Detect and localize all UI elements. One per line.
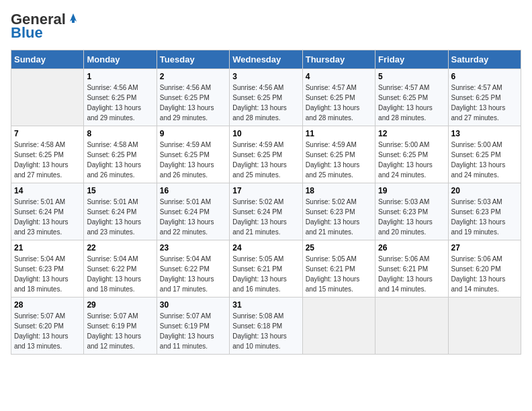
week-row-4: 21Sunrise: 5:04 AM Sunset: 6:23 PM Dayli…: [11, 240, 521, 298]
day-info: Sunrise: 4:57 AM Sunset: 6:25 PM Dayligh…: [306, 83, 372, 123]
day-info: Sunrise: 5:04 AM Sunset: 6:22 PM Dayligh…: [160, 254, 226, 294]
day-cell: 20Sunrise: 5:03 AM Sunset: 6:23 PM Dayli…: [448, 183, 521, 240]
week-row-1: 1Sunrise: 4:56 AM Sunset: 6:25 PM Daylig…: [11, 69, 521, 126]
day-number: 5: [378, 72, 445, 81]
day-number: 28: [14, 300, 81, 310]
day-info: Sunrise: 5:00 AM Sunset: 6:25 PM Dayligh…: [378, 140, 445, 180]
day-number: 21: [14, 243, 81, 253]
day-info: Sunrise: 4:58 AM Sunset: 6:25 PM Dayligh…: [87, 140, 153, 180]
day-number: 8: [87, 129, 153, 138]
day-cell: 18Sunrise: 5:02 AM Sunset: 6:23 PM Dayli…: [302, 183, 375, 240]
day-cell: 23Sunrise: 5:04 AM Sunset: 6:22 PM Dayli…: [157, 240, 229, 298]
logo-blue-text: Blue: [11, 24, 43, 42]
day-number: 3: [232, 72, 299, 81]
column-header-monday: Monday: [84, 50, 157, 69]
day-cell: 22Sunrise: 5:04 AM Sunset: 6:22 PM Dayli…: [84, 240, 157, 298]
day-number: 26: [378, 243, 445, 253]
day-info: Sunrise: 5:08 AM Sunset: 6:18 PM Dayligh…: [232, 311, 299, 351]
day-cell: 5Sunrise: 4:57 AM Sunset: 6:25 PM Daylig…: [375, 69, 448, 126]
day-number: 2: [160, 72, 226, 81]
day-info: Sunrise: 5:01 AM Sunset: 6:24 PM Dayligh…: [160, 197, 226, 237]
day-cell: 10Sunrise: 4:59 AM Sunset: 6:25 PM Dayli…: [230, 126, 302, 183]
day-cell: 29Sunrise: 5:07 AM Sunset: 6:19 PM Dayli…: [84, 298, 157, 355]
week-row-3: 14Sunrise: 5:01 AM Sunset: 6:24 PM Dayli…: [11, 183, 521, 240]
day-info: Sunrise: 5:06 AM Sunset: 6:21 PM Dayligh…: [378, 254, 445, 294]
day-number: 27: [451, 243, 518, 253]
day-cell: [11, 69, 84, 126]
day-number: 18: [306, 186, 372, 195]
day-info: Sunrise: 5:01 AM Sunset: 6:24 PM Dayligh…: [87, 197, 153, 237]
calendar-table: SundayMondayTuesdayWednesdayThursdayFrid…: [11, 50, 521, 355]
day-cell: 8Sunrise: 4:58 AM Sunset: 6:25 PM Daylig…: [84, 126, 157, 183]
week-row-5: 28Sunrise: 5:07 AM Sunset: 6:20 PM Dayli…: [11, 298, 521, 355]
day-cell: 7Sunrise: 4:58 AM Sunset: 6:25 PM Daylig…: [11, 126, 84, 183]
day-cell: 11Sunrise: 4:59 AM Sunset: 6:25 PM Dayli…: [302, 126, 375, 183]
day-cell: 24Sunrise: 5:05 AM Sunset: 6:21 PM Dayli…: [230, 240, 302, 298]
day-number: 22: [87, 243, 153, 253]
day-cell: 19Sunrise: 5:03 AM Sunset: 6:23 PM Dayli…: [375, 183, 448, 240]
day-cell: 13Sunrise: 5:00 AM Sunset: 6:25 PM Dayli…: [448, 126, 521, 183]
day-info: Sunrise: 5:07 AM Sunset: 6:19 PM Dayligh…: [160, 311, 226, 351]
day-cell: 6Sunrise: 4:57 AM Sunset: 6:25 PM Daylig…: [448, 69, 521, 126]
day-number: 15: [87, 186, 153, 195]
day-cell: 1Sunrise: 4:56 AM Sunset: 6:25 PM Daylig…: [84, 69, 157, 126]
day-info: Sunrise: 4:57 AM Sunset: 6:25 PM Dayligh…: [378, 83, 445, 123]
day-cell: 16Sunrise: 5:01 AM Sunset: 6:24 PM Dayli…: [157, 183, 229, 240]
svg-marker-0: [70, 13, 77, 23]
column-header-sunday: Sunday: [11, 50, 84, 69]
day-info: Sunrise: 4:59 AM Sunset: 6:25 PM Dayligh…: [306, 140, 372, 180]
day-info: Sunrise: 5:04 AM Sunset: 6:23 PM Dayligh…: [14, 254, 81, 294]
day-cell: [375, 298, 448, 355]
day-info: Sunrise: 4:58 AM Sunset: 6:25 PM Dayligh…: [14, 140, 81, 180]
day-number: 1: [87, 72, 153, 81]
day-info: Sunrise: 5:05 AM Sunset: 6:21 PM Dayligh…: [306, 254, 372, 294]
page-header: General Blue: [11, 11, 521, 42]
day-number: 13: [451, 129, 518, 138]
day-info: Sunrise: 4:56 AM Sunset: 6:25 PM Dayligh…: [160, 83, 226, 123]
day-info: Sunrise: 5:07 AM Sunset: 6:20 PM Dayligh…: [14, 311, 81, 351]
day-cell: 12Sunrise: 5:00 AM Sunset: 6:25 PM Dayli…: [375, 126, 448, 183]
day-cell: 9Sunrise: 4:59 AM Sunset: 6:25 PM Daylig…: [157, 126, 229, 183]
day-info: Sunrise: 5:00 AM Sunset: 6:25 PM Dayligh…: [451, 140, 518, 180]
day-cell: 21Sunrise: 5:04 AM Sunset: 6:23 PM Dayli…: [11, 240, 84, 298]
day-cell: 25Sunrise: 5:05 AM Sunset: 6:21 PM Dayli…: [302, 240, 375, 298]
day-number: 23: [160, 243, 226, 253]
day-cell: [448, 298, 521, 355]
day-cell: 14Sunrise: 5:01 AM Sunset: 6:24 PM Dayli…: [11, 183, 84, 240]
day-info: Sunrise: 5:03 AM Sunset: 6:23 PM Dayligh…: [378, 197, 445, 237]
day-number: 9: [160, 129, 226, 138]
day-cell: 26Sunrise: 5:06 AM Sunset: 6:21 PM Dayli…: [375, 240, 448, 298]
day-info: Sunrise: 5:03 AM Sunset: 6:23 PM Dayligh…: [451, 197, 518, 237]
day-number: 14: [14, 186, 81, 195]
day-info: Sunrise: 4:57 AM Sunset: 6:25 PM Dayligh…: [451, 83, 518, 123]
day-cell: 31Sunrise: 5:08 AM Sunset: 6:18 PM Dayli…: [230, 298, 302, 355]
day-info: Sunrise: 4:56 AM Sunset: 6:25 PM Dayligh…: [87, 83, 153, 123]
day-number: 7: [14, 129, 81, 138]
day-info: Sunrise: 5:04 AM Sunset: 6:22 PM Dayligh…: [87, 254, 153, 294]
day-info: Sunrise: 5:01 AM Sunset: 6:24 PM Dayligh…: [14, 197, 81, 237]
logo: General Blue: [11, 11, 79, 42]
day-cell: [302, 298, 375, 355]
week-row-2: 7Sunrise: 4:58 AM Sunset: 6:25 PM Daylig…: [11, 126, 521, 183]
day-info: Sunrise: 5:06 AM Sunset: 6:20 PM Dayligh…: [451, 254, 518, 294]
day-info: Sunrise: 4:59 AM Sunset: 6:25 PM Dayligh…: [160, 140, 226, 180]
column-header-saturday: Saturday: [448, 50, 521, 69]
day-number: 25: [306, 243, 372, 253]
day-number: 20: [451, 186, 518, 195]
day-info: Sunrise: 5:02 AM Sunset: 6:24 PM Dayligh…: [232, 197, 299, 237]
day-number: 11: [306, 129, 372, 138]
day-info: Sunrise: 5:07 AM Sunset: 6:19 PM Dayligh…: [87, 311, 153, 351]
day-number: 29: [87, 300, 153, 310]
day-cell: 2Sunrise: 4:56 AM Sunset: 6:25 PM Daylig…: [157, 69, 229, 126]
day-number: 19: [378, 186, 445, 195]
day-number: 24: [232, 243, 299, 253]
day-number: 16: [160, 186, 226, 195]
day-cell: 15Sunrise: 5:01 AM Sunset: 6:24 PM Dayli…: [84, 183, 157, 240]
day-cell: 4Sunrise: 4:57 AM Sunset: 6:25 PM Daylig…: [302, 69, 375, 126]
day-cell: 3Sunrise: 4:56 AM Sunset: 6:25 PM Daylig…: [230, 69, 302, 126]
header-row: SundayMondayTuesdayWednesdayThursdayFrid…: [11, 50, 521, 69]
day-info: Sunrise: 5:02 AM Sunset: 6:23 PM Dayligh…: [306, 197, 372, 237]
day-number: 4: [306, 72, 372, 81]
day-cell: 27Sunrise: 5:06 AM Sunset: 6:20 PM Dayli…: [448, 240, 521, 298]
day-number: 10: [232, 129, 299, 138]
